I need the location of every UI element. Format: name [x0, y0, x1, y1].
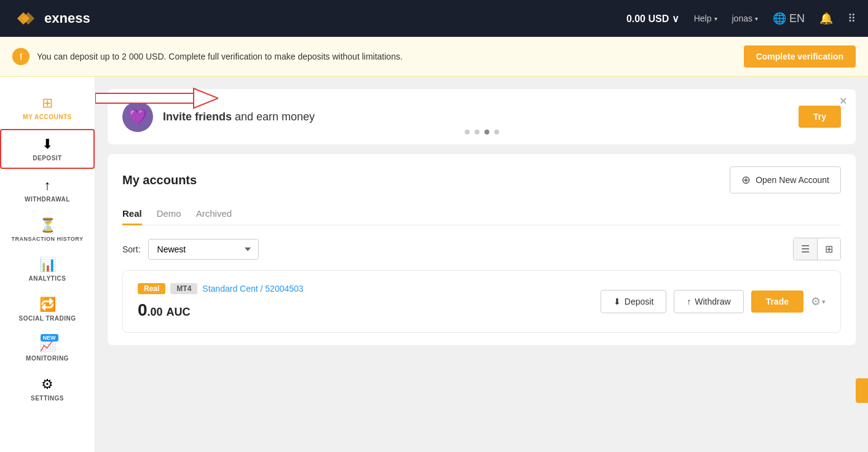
- open-new-account-label: Open New Account: [756, 175, 829, 185]
- account-row: Real MT4 Standard Cent / 52004503 0.00 A…: [122, 270, 841, 333]
- complete-verification-button[interactable]: Complete verification: [744, 45, 856, 68]
- promo-icon: 💜: [122, 101, 153, 132]
- user-label: jonas: [732, 14, 752, 23]
- balance-display[interactable]: 0.00 USD ∨: [626, 13, 679, 25]
- logo-icon: [12, 9, 39, 28]
- help-button[interactable]: Help ▾: [694, 14, 717, 23]
- notifications-icon[interactable]: 🔔: [819, 12, 833, 25]
- sidebar-item-withdrawal[interactable]: ↑ WITHDRAWAL: [0, 171, 95, 209]
- try-button[interactable]: Try: [799, 106, 841, 128]
- sidebar-label-transaction-history: TRANSACTION HISTORY: [11, 236, 83, 242]
- accounts-icon: ⊞: [42, 95, 53, 111]
- view-toggle: ☰ ⊞: [793, 238, 841, 260]
- account-trade-button[interactable]: Trade: [751, 290, 803, 313]
- verification-banner: ! You can deposit up to 2 000 USD. Compl…: [0, 37, 868, 77]
- sidebar-item-analytics[interactable]: 📊 ANALYTICS: [0, 251, 95, 288]
- main-content: 💜 Invite friends and earn money Try ✕ My…: [95, 77, 868, 452]
- sidebar-item-settings[interactable]: ⚙ SETTINGS: [0, 370, 95, 408]
- logo-area: exness: [12, 9, 90, 28]
- account-name-link[interactable]: Standard Cent / 52004503: [202, 284, 303, 294]
- account-balance-decimal: .00: [148, 306, 163, 318]
- sidebar-item-my-accounts[interactable]: ⊞ MY ACCOUNTS: [0, 89, 95, 127]
- sidebar-label-settings: SETTINGS: [31, 395, 64, 402]
- monitoring-icon-wrapper: 📈 NEW: [39, 337, 56, 353]
- withdrawal-icon: ↑: [44, 177, 51, 193]
- accounts-header: My accounts ⊕ Open New Account: [122, 166, 841, 193]
- promo-dot-4[interactable]: [494, 130, 499, 134]
- sidebar: ⊞ MY ACCOUNTS ⬇ DEPOSIT ↑ WITHDRAWAL ⏳ T…: [0, 77, 95, 452]
- open-new-account-button[interactable]: ⊕ Open New Account: [730, 166, 841, 193]
- sidebar-label-social-trading: SOCIAL TRADING: [19, 315, 76, 322]
- sidebar-label-deposit: DEPOSIT: [33, 155, 61, 162]
- account-deposit-button[interactable]: ⬇ Deposit: [601, 290, 666, 313]
- account-row-left: Real MT4 Standard Cent / 52004503 0.00 A…: [138, 283, 304, 320]
- account-tabs: Real Demo Archived: [122, 203, 841, 225]
- sidebar-label-monitoring: MONITORING: [26, 355, 69, 362]
- deposit-btn-label: Deposit: [625, 297, 653, 306]
- sort-label: Sort:: [122, 244, 141, 254]
- grid-view-button[interactable]: ⊞: [818, 238, 840, 260]
- account-balance-value: 0.00: [138, 300, 163, 320]
- promo-text: Invite friends and earn money: [163, 111, 315, 123]
- banner-text: You can deposit up to 2 000 USD. Complet…: [37, 52, 403, 61]
- promo-banner: 💜 Invite friends and earn money Try ✕: [108, 89, 856, 144]
- account-tags: Real MT4 Standard Cent / 52004503: [138, 283, 304, 294]
- main-layout: ⊞ MY ACCOUNTS ⬇ DEPOSIT ↑ WITHDRAWAL ⏳ T…: [0, 77, 868, 452]
- new-badge: NEW: [41, 334, 58, 341]
- help-chevron: ▾: [714, 15, 717, 22]
- settings-chevron: ▾: [822, 298, 826, 306]
- balance-chevron: ∨: [672, 14, 679, 24]
- account-withdraw-button[interactable]: ↑ Withdraw: [674, 290, 743, 313]
- tag-real: Real: [138, 283, 165, 294]
- tab-demo[interactable]: Demo: [157, 203, 181, 225]
- promo-dots: [465, 130, 499, 134]
- chat-widget[interactable]: [856, 378, 868, 403]
- promo-dot-3[interactable]: [484, 130, 489, 134]
- sort-left: Sort: Newest Oldest Balance: [122, 239, 259, 260]
- sort-bar: Sort: Newest Oldest Balance ☰ ⊞: [122, 238, 841, 260]
- accounts-card: My accounts ⊕ Open New Account Real Demo…: [108, 154, 856, 345]
- history-icon: ⏳: [39, 217, 56, 233]
- balance-currency: USD: [648, 14, 671, 24]
- sidebar-item-social-trading[interactable]: 🔁 SOCIAL TRADING: [0, 290, 95, 328]
- social-trading-icon: 🔁: [39, 297, 56, 313]
- sidebar-item-transaction-history[interactable]: ⏳ TRANSACTION HISTORY: [0, 211, 95, 248]
- user-menu-button[interactable]: jonas ▾: [732, 14, 758, 23]
- tab-real[interactable]: Real: [122, 203, 142, 225]
- tab-archived[interactable]: Archived: [196, 203, 232, 225]
- promo-dot-1[interactable]: [465, 130, 470, 134]
- settings-icon: ⚙: [41, 376, 53, 392]
- list-view-button[interactable]: ☰: [794, 238, 818, 260]
- topnav: exness 0.00 USD ∨ Help ▾ jonas ▾ 🌐 EN 🔔 …: [0, 0, 868, 37]
- trade-btn-label: Trade: [766, 297, 789, 306]
- brand-name: exness: [44, 10, 90, 26]
- account-currency: AUC: [167, 306, 191, 319]
- sidebar-item-deposit[interactable]: ⬇ DEPOSIT: [0, 129, 95, 169]
- sidebar-label-withdrawal: WITHDRAWAL: [25, 196, 70, 203]
- account-balance-display: 0.00 AUC: [138, 300, 304, 320]
- promo-close-button[interactable]: ✕: [839, 95, 847, 107]
- warning-icon: !: [12, 48, 30, 65]
- help-label: Help: [694, 14, 712, 23]
- sidebar-label-analytics: ANALYTICS: [29, 275, 66, 282]
- user-chevron: ▾: [755, 15, 758, 22]
- sidebar-item-monitoring[interactable]: 📈 NEW MONITORING: [0, 330, 95, 368]
- promo-dot-2[interactable]: [475, 130, 479, 134]
- promo-left: 💜 Invite friends and earn money: [122, 101, 315, 132]
- gear-icon: ⚙: [811, 295, 821, 308]
- apps-grid-icon[interactable]: ⠿: [848, 12, 856, 25]
- plus-circle-icon: ⊕: [741, 173, 751, 187]
- promo-title-bold: Invite friends: [163, 111, 232, 123]
- account-settings-button[interactable]: ⚙ ▾: [811, 295, 826, 308]
- withdraw-btn-icon: ↑: [687, 297, 691, 306]
- withdraw-btn-label: Withdraw: [695, 297, 730, 306]
- account-row-right: ⬇ Deposit ↑ Withdraw Trade ⚙ ▾: [601, 290, 826, 313]
- language-selector[interactable]: 🌐 EN: [773, 12, 805, 25]
- sort-select[interactable]: Newest Oldest Balance: [148, 239, 259, 260]
- sidebar-label-my-accounts: MY ACCOUNTS: [23, 114, 71, 120]
- banner-left: ! You can deposit up to 2 000 USD. Compl…: [12, 48, 403, 65]
- promo-title-rest: and earn money: [232, 111, 315, 123]
- tag-mt4: MT4: [170, 283, 197, 294]
- accounts-title: My accounts: [122, 173, 197, 187]
- deposit-icon: ⬇: [42, 136, 53, 152]
